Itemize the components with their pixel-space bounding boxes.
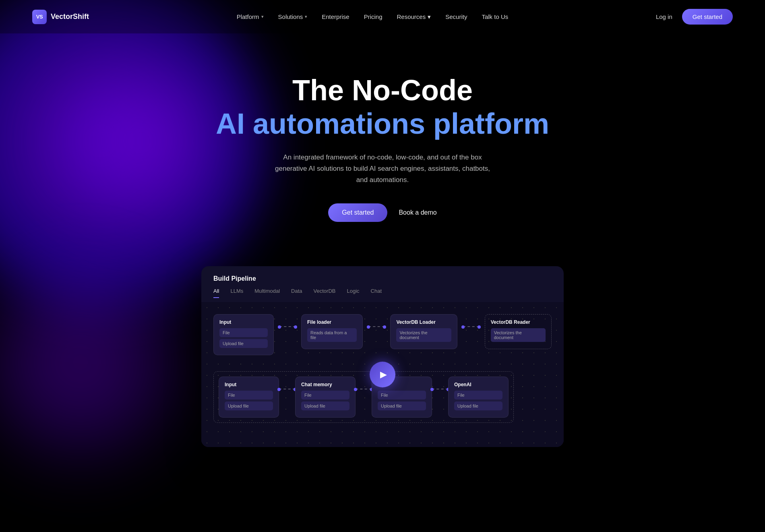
connector-2: [368, 314, 385, 327]
get-started-hero-button[interactable]: Get started: [328, 203, 387, 222]
text-node-field-1: File: [378, 391, 426, 400]
vectordb-reader-title: VectorDB Reader: [491, 319, 546, 325]
openai-node-field-1: File: [454, 391, 502, 400]
play-icon: ▶: [380, 369, 387, 380]
connector-line-5: [356, 389, 372, 389]
nav-pricing[interactable]: Pricing: [364, 13, 382, 20]
nav-talk-to-us[interactable]: Talk to Us: [482, 13, 508, 20]
connector-line-1: [279, 326, 296, 327]
input-node-2-field-2: Upload file: [225, 402, 273, 410]
nav-resources[interactable]: Resources ▾: [397, 13, 431, 21]
file-loader-title: File loader: [307, 319, 357, 325]
hero-actions: Get started Book a demo: [8, 203, 757, 222]
chat-memory-field-2: Upload file: [301, 402, 349, 410]
vectordb-reader-node: VectorDB Reader Vectorizes the document: [485, 314, 552, 349]
hero-subtitle: An integrated framework of no-code, low-…: [270, 152, 495, 186]
nav-platform[interactable]: Platform ▾: [237, 13, 264, 20]
pipeline-header: Build Pipeline: [201, 266, 564, 282]
play-button[interactable]: ▶: [370, 362, 395, 387]
pipeline-row-2-group: Input File Upload file Chat memory File …: [213, 371, 514, 423]
pipeline-demo: Build Pipeline All LLMs Multimodal Data …: [201, 266, 564, 447]
vectordb-loader-title: VectorDB Loader: [396, 319, 451, 325]
pipeline-tab-llms[interactable]: LLMs: [230, 288, 243, 298]
hero-section: The No-Code AI automations platform An i…: [0, 33, 765, 246]
input-node-2-title: Input: [225, 382, 273, 387]
pipeline-tabs: All LLMs Multimodal Data VectorDB Logic …: [201, 282, 564, 298]
pipeline-row-1: Input File Upload file File loader Reads…: [213, 314, 552, 355]
logo-link[interactable]: VS VectorShift: [32, 10, 89, 24]
openai-node: OpenAI File Upload file: [448, 377, 509, 418]
input-node-1-title: Input: [219, 319, 268, 325]
vectordb-loader-node: VectorDB Loader Vectorizes the document: [390, 314, 457, 349]
file-loader-node: File loader Reads data from a file: [301, 314, 363, 349]
login-link[interactable]: Log in: [656, 13, 672, 20]
hero-title-line2: AI automations platform: [8, 107, 757, 141]
connector-1: [279, 314, 296, 327]
connector-4: [279, 377, 295, 389]
vectordb-loader-field: Vectorizes the document: [396, 328, 451, 342]
connector-line-4: [279, 389, 295, 389]
connector-line-6: [432, 389, 448, 389]
nav-solutions[interactable]: Solutions ▾: [278, 13, 308, 20]
pipeline-tab-chat[interactable]: Chat: [371, 288, 382, 298]
chevron-down-icon: ▾: [428, 13, 431, 21]
logo-text: VectorShift: [51, 12, 89, 21]
nav-actions: Log in Get started: [656, 9, 733, 25]
pipeline-title: Build Pipeline: [213, 275, 256, 282]
pipeline-tab-data[interactable]: Data: [291, 288, 302, 298]
connector-5: [356, 377, 372, 389]
connector-6: [432, 377, 448, 389]
chevron-down-icon: ▾: [261, 14, 264, 19]
pipeline-tab-all[interactable]: All: [213, 288, 219, 298]
pipeline-tab-vectordb[interactable]: VectorDB: [314, 288, 336, 298]
pipeline-tab-multimodal[interactable]: Multimodal: [254, 288, 280, 298]
input-node-1-field-2: Upload file: [219, 339, 268, 348]
connector-line-3: [463, 326, 479, 327]
file-loader-field: Reads data from a file: [307, 328, 357, 342]
vectordb-reader-field: Vectorizes the document: [491, 328, 546, 342]
connector-line-2: [368, 326, 385, 327]
pipeline-canvas: Input File Upload file File loader Reads…: [201, 302, 564, 447]
chat-memory-title: Chat memory: [301, 382, 349, 387]
openai-node-title: OpenAI: [454, 382, 502, 387]
connector-3: [463, 314, 479, 327]
chat-memory-field-1: File: [301, 391, 349, 400]
chevron-down-icon: ▾: [305, 14, 307, 19]
input-node-2: Input File Upload file: [219, 377, 279, 418]
input-node-2-field-1: File: [225, 391, 273, 400]
text-node-field-2: Upload file: [378, 402, 426, 410]
nav-links: Platform ▾ Solutions ▾ Enterprise Pricin…: [237, 13, 509, 21]
nav-enterprise[interactable]: Enterprise: [322, 13, 349, 20]
get-started-nav-button[interactable]: Get started: [682, 9, 733, 25]
openai-node-field-2: Upload file: [454, 402, 502, 410]
logo-icon: VS: [32, 10, 47, 24]
pipeline-tab-logic[interactable]: Logic: [347, 288, 360, 298]
hero-title-line1: The No-Code: [8, 74, 757, 107]
book-demo-button[interactable]: Book a demo: [399, 209, 436, 216]
input-node-1: Input File Upload file: [213, 314, 274, 355]
chat-memory-node: Chat memory File Upload file: [295, 377, 356, 418]
input-node-1-field-1: File: [219, 328, 268, 337]
navbar: VS VectorShift Platform ▾ Solutions ▾ En…: [0, 0, 765, 33]
nav-security[interactable]: Security: [445, 13, 467, 20]
